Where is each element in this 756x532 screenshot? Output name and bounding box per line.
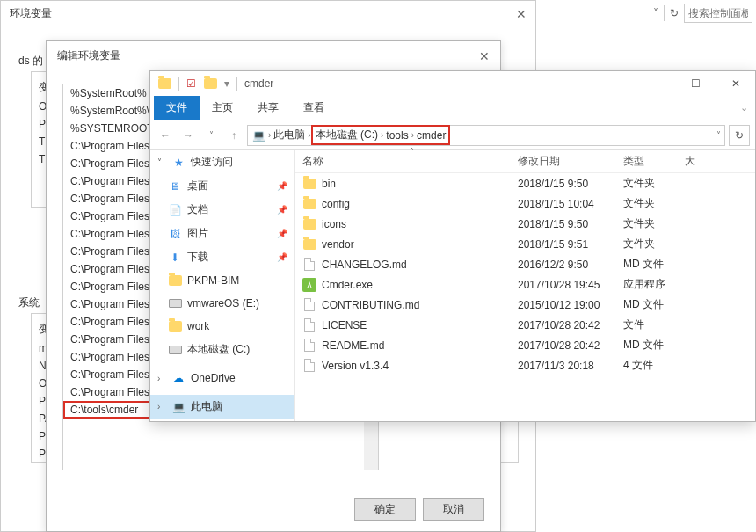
pin-icon: 📌 (277, 229, 287, 238)
file-type: 文件 (623, 317, 685, 332)
file-date: 2017/10/28 20:42 (518, 319, 623, 332)
file-type: 4 文件 (623, 358, 685, 373)
file-icon (302, 258, 316, 272)
nav-quick-access[interactable]: ˅ ★ 快速访问 (150, 150, 294, 174)
file-row[interactable]: CONTRIBUTING.md2015/10/12 19:00MD 文件 (295, 295, 755, 315)
file-name: LICENSE (322, 319, 367, 332)
close-button[interactable]: ✕ (716, 71, 755, 96)
explorer-window: ☑ ▾ cmder — ☐ ✕ 文件 主页 共享 查看 ⌄ ← → ˅ ↑ 💻 … (149, 70, 756, 422)
breadcrumb-label: cmder (417, 129, 446, 142)
pc-icon: 💻 (171, 400, 185, 414)
file-row[interactable]: LICENSE2017/10/28 20:42文件 (295, 315, 755, 335)
tab-view[interactable]: 查看 (291, 96, 337, 120)
file-date: 2015/10/12 19:00 (518, 299, 623, 311)
refresh-button[interactable]: ↻ (729, 125, 750, 146)
file-row[interactable]: README.md2017/10/28 20:42MD 文件 (295, 335, 755, 355)
drive-icon (168, 343, 182, 357)
nav-item[interactable]: work (150, 315, 294, 338)
back-button[interactable]: ← (156, 129, 175, 142)
checkbox-icon[interactable]: ☑ (186, 77, 196, 90)
file-row[interactable]: CHANGELOG.md2016/12/2 9:50MD 文件 (295, 254, 755, 274)
ok-button[interactable]: 确定 (354, 498, 416, 521)
ribbon-expand-icon[interactable]: ⌄ (740, 102, 748, 113)
pin-icon: 📌 (277, 205, 287, 215)
breadcrumb-segment[interactable]: 此电脑› (273, 128, 310, 142)
breadcrumb-label: tools (386, 129, 408, 142)
nav-item-label: 图片 (187, 226, 208, 241)
nav-item-label: work (187, 320, 209, 332)
nav-item[interactable]: vmwareOS (E:) (150, 292, 294, 315)
breadcrumb[interactable]: 💻 › 此电脑› 本地磁盘 (C:)› tools› cmder ˅ (247, 125, 725, 146)
cancel-button[interactable]: 取消 (423, 498, 484, 521)
edit-dialog-title: 编辑环境变量 (57, 48, 120, 63)
maximize-button[interactable]: ☐ (676, 71, 716, 96)
folder-icon (302, 197, 316, 211)
tab-file[interactable]: 文件 (154, 96, 200, 120)
close-icon[interactable]: ✕ (516, 7, 527, 21)
nav-item-label: 下载 (187, 250, 208, 265)
chevron-right-icon[interactable]: › (268, 130, 271, 140)
column-headers[interactable]: 名称 修改日期 类型 大 (295, 150, 755, 173)
nav-item[interactable]: 📄文档📌 (150, 198, 294, 222)
file-date: 2016/12/2 9:50 (518, 259, 623, 271)
file-name: Cmder.exe (322, 279, 373, 291)
history-dropdown[interactable]: ˅ (201, 130, 221, 140)
file-row[interactable]: λCmder.exe2017/10/28 19:45应用程序 (295, 274, 755, 295)
nav-item[interactable]: ⬇下载📌 (150, 245, 294, 269)
nav-onedrive[interactable]: › ☁ OneDrive (150, 367, 294, 390)
breadcrumb-segment-highlighted[interactable]: 本地磁盘 (C:)› tools› cmder (314, 128, 448, 142)
cloud-icon: ☁ (171, 371, 185, 385)
col-type-header[interactable]: 类型 (623, 154, 685, 169)
file-pane[interactable]: 名称 修改日期 类型 大 bin2018/1/15 9:50文件夹config2… (295, 150, 755, 421)
env-dialog-title: 环境变量 (10, 6, 52, 21)
nav-item-label: PKPM-BIM (187, 274, 239, 287)
col-size-header[interactable]: 大 (685, 154, 720, 169)
dropdown-chevron[interactable]: ˅ (653, 7, 658, 19)
forward-button[interactable]: → (178, 129, 198, 142)
overflow-icon[interactable]: ▾ (224, 77, 229, 90)
file-row[interactable]: Version v1.3.42017/11/3 20:184 文件 (295, 355, 755, 375)
file-row[interactable]: config2018/1/15 10:04文件夹 (295, 193, 755, 214)
col-date-header[interactable]: 修改日期 (518, 154, 623, 169)
expand-icon[interactable]: › (157, 374, 166, 383)
expand-icon[interactable]: › (157, 402, 166, 412)
nav-item[interactable]: 🖥桌面📌 (150, 174, 294, 198)
nav-item[interactable]: 本地磁盘 (C:) (150, 338, 294, 361)
folder-icon (168, 273, 182, 288)
col-name-header[interactable]: 名称 (302, 154, 518, 169)
chevron-right-icon[interactable]: › (381, 130, 383, 140)
pin-icon: 📌 (277, 181, 287, 191)
nav-pane[interactable]: ˅ ★ 快速访问 🖥桌面📌📄文档📌🖼图片📌⬇下载📌PKPM-BIMvmwareO… (150, 150, 295, 421)
up-button[interactable]: ↑ (224, 129, 244, 142)
chevron-right-icon[interactable]: › (308, 130, 310, 140)
nav-this-pc[interactable]: › 💻 此电脑 (150, 395, 294, 419)
close-icon[interactable]: ✕ (479, 49, 490, 63)
search-input[interactable] (684, 4, 752, 23)
nav-item[interactable]: 🖼图片📌 (150, 222, 294, 245)
divider (236, 77, 237, 91)
folder-icon (302, 237, 316, 251)
expand-icon[interactable]: ˅ (157, 157, 166, 167)
file-row[interactable]: vendor2018/1/15 9:51文件夹 (295, 234, 755, 254)
minimize-button[interactable]: — (636, 71, 676, 96)
window-title: cmder (244, 77, 273, 90)
nav-label: 此电脑 (191, 399, 222, 414)
item-count: 10 个项目 (150, 419, 294, 421)
nav-label: 快速访问 (191, 155, 233, 170)
nav-item[interactable]: PKPM-BIM (150, 269, 294, 292)
drive-icon (168, 296, 182, 310)
file-type: 文件夹 (623, 237, 685, 251)
divider (664, 5, 665, 21)
file-row[interactable]: bin2018/1/15 9:50文件夹 (295, 173, 755, 193)
file-name: config (322, 198, 350, 210)
dropdown-icon[interactable]: ˅ (716, 130, 721, 140)
file-name: vendor (322, 238, 354, 251)
tab-home[interactable]: 主页 (200, 96, 245, 120)
file-date: 2017/10/28 20:42 (518, 339, 623, 352)
download-icon: ⬇ (168, 251, 182, 265)
refresh-icon[interactable]: ↻ (670, 7, 679, 19)
tab-share[interactable]: 共享 (245, 96, 291, 120)
document-icon: 📄 (168, 203, 182, 217)
file-row[interactable]: icons2018/1/15 9:50文件夹 (295, 214, 755, 234)
chevron-right-icon[interactable]: › (411, 130, 414, 140)
